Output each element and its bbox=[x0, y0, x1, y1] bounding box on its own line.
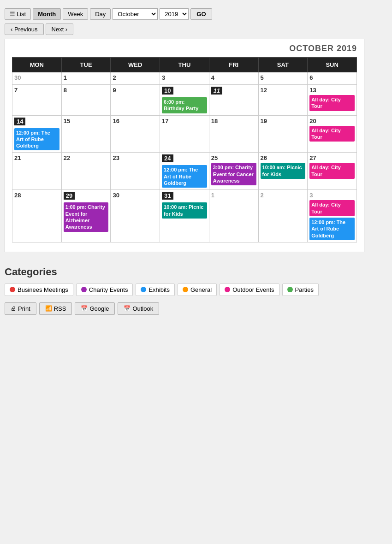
category-badge[interactable]: Exhibits bbox=[136, 284, 175, 296]
cal-cell[interactable]: 11 bbox=[209, 85, 258, 116]
day-number: 29 bbox=[64, 192, 75, 200]
calendar-event[interactable]: All day: City Tour bbox=[309, 126, 355, 142]
calendar-event[interactable]: 3:00 pm: Charity Event for Cancer Awaren… bbox=[211, 163, 256, 185]
cal-cell[interactable]: 2 bbox=[111, 72, 160, 85]
calendar-container: OCTOBER 2019 MONTUEWEDTHUFRISATSUN 30123… bbox=[5, 39, 364, 252]
print-icon: 🖨 bbox=[11, 305, 16, 312]
day-number: 17 bbox=[162, 118, 207, 124]
cal-row: 1412:00 pm: The Art of Rube Goldberg1516… bbox=[12, 115, 357, 153]
cal-cell[interactable]: 291:00 pm: Charity Event for Alzheimer A… bbox=[61, 190, 111, 242]
previous-button[interactable]: ‹ Previous bbox=[5, 24, 44, 35]
cal-row: 30123456 bbox=[12, 72, 357, 85]
calendar-event[interactable]: All day: City Tour bbox=[309, 163, 355, 179]
cal-cell[interactable]: 2 bbox=[258, 190, 308, 242]
day-number: 26 bbox=[261, 154, 306, 161]
cal-cell[interactable]: 23 bbox=[111, 153, 160, 190]
cal-cell[interactable]: 7 bbox=[12, 85, 62, 116]
cal-cell[interactable]: 30 bbox=[111, 190, 160, 242]
category-badge[interactable]: Outdoor Events bbox=[220, 284, 279, 296]
cal-cell[interactable]: 9 bbox=[111, 85, 160, 116]
rss-icon: 📶 bbox=[45, 305, 52, 312]
month-view-btn[interactable]: Month bbox=[33, 8, 61, 20]
cal-cell[interactable]: 15 bbox=[61, 115, 111, 153]
list-view-btn[interactable]: ☰ List bbox=[5, 8, 31, 20]
calendar-event[interactable]: 6:00 pm: Birthday Party bbox=[162, 97, 207, 113]
day-number: 23 bbox=[113, 154, 158, 161]
day-view-btn[interactable]: Day bbox=[90, 8, 111, 20]
day-number: 19 bbox=[261, 118, 306, 124]
cal-cell[interactable]: 20All day: City Tour bbox=[308, 115, 357, 153]
day-number: 16 bbox=[113, 118, 158, 124]
cal-cell[interactable]: 8 bbox=[61, 85, 111, 116]
cal-header-tue: TUE bbox=[61, 58, 111, 72]
cal-cell[interactable]: 5 bbox=[258, 72, 308, 85]
cal-header-fri: FRI bbox=[209, 58, 258, 72]
cal-cell[interactable]: 2412:00 pm: The Art of Rube Goldberg bbox=[160, 153, 209, 190]
next-button[interactable]: Next › bbox=[46, 24, 74, 35]
bottom-btn-print[interactable]: 🖨Print bbox=[5, 302, 36, 315]
calendar-event[interactable]: 10:00 am: Picnic for Kids bbox=[162, 202, 207, 219]
cal-header-sat: SAT bbox=[258, 58, 308, 72]
cal-row: 789106:00 pm: Birthday Party111213All da… bbox=[12, 85, 357, 116]
category-color-dot bbox=[183, 287, 188, 292]
go-button[interactable]: GO bbox=[190, 8, 212, 20]
cal-cell[interactable]: 17 bbox=[160, 115, 209, 153]
categories-title: Categories bbox=[5, 266, 364, 278]
category-label: Exhibits bbox=[148, 286, 170, 293]
month-select[interactable]: JanuaryFebruaryMarchAprilMayJuneJulyAugu… bbox=[113, 8, 158, 20]
calendar-event[interactable]: 1:00 pm: Charity Event for Alzheimer Awa… bbox=[64, 202, 109, 231]
cal-cell[interactable]: 6 bbox=[308, 72, 357, 85]
year-select[interactable]: 20172018201920202021 bbox=[160, 8, 189, 20]
cal-cell[interactable]: 2610:00 am: Picnic for Kids bbox=[258, 153, 308, 190]
cal-cell[interactable]: 19 bbox=[258, 115, 308, 153]
cal-cell[interactable]: 13All day: City Tour bbox=[308, 85, 357, 116]
day-number: 28 bbox=[14, 192, 59, 199]
cal-cell[interactable]: 12 bbox=[258, 85, 308, 116]
day-number: 7 bbox=[14, 87, 59, 94]
category-label: Parties bbox=[295, 286, 314, 293]
cal-cell[interactable]: 253:00 pm: Charity Event for Cancer Awar… bbox=[209, 153, 258, 190]
cal-cell[interactable]: 21 bbox=[12, 153, 62, 190]
bottom-btn-outlook[interactable]: 📅Outlook bbox=[118, 302, 159, 315]
cal-cell[interactable]: 3110:00 am: Picnic for Kids bbox=[160, 190, 209, 242]
calendar-event[interactable]: 12:00 pm: The Art of Rube Goldberg bbox=[162, 165, 207, 188]
cal-cell[interactable]: 27All day: City Tour bbox=[308, 153, 357, 190]
cal-cell[interactable]: 28 bbox=[12, 190, 62, 242]
cal-cell[interactable]: 30 bbox=[12, 72, 62, 85]
cal-cell[interactable]: 18 bbox=[209, 115, 258, 153]
calendar-event[interactable]: All day: City Tour bbox=[309, 200, 355, 216]
categories-section: Categories Businees MeetingsCharity Even… bbox=[5, 261, 364, 319]
bottom-btn-rss[interactable]: 📶RSS bbox=[39, 302, 72, 315]
day-number: 11 bbox=[211, 87, 222, 95]
day-number: 5 bbox=[261, 74, 306, 81]
category-badge[interactable]: Charity Events bbox=[76, 284, 133, 296]
outlook-icon: 📅 bbox=[124, 305, 131, 312]
day-number: 22 bbox=[64, 154, 109, 161]
cal-header-mon: MON bbox=[12, 58, 62, 72]
bottom-btn-google[interactable]: 📅Google bbox=[75, 302, 115, 315]
cal-cell[interactable]: 1412:00 pm: The Art of Rube Goldberg bbox=[12, 115, 62, 153]
cal-cell[interactable]: 16 bbox=[111, 115, 160, 153]
calendar-event[interactable]: 10:00 am: Picnic for Kids bbox=[261, 163, 306, 179]
day-number: 31 bbox=[162, 192, 173, 200]
calendar-event[interactable]: 12:00 pm: The Art of Rube Goldberg bbox=[309, 218, 355, 240]
category-badge[interactable]: Businees Meetings bbox=[5, 284, 73, 296]
cal-cell[interactable]: 3 bbox=[160, 72, 209, 85]
cal-cell[interactable]: 4 bbox=[209, 72, 258, 85]
day-number: 2 bbox=[113, 74, 158, 81]
cal-cell[interactable]: 22 bbox=[61, 153, 111, 190]
category-badge[interactable]: Parties bbox=[282, 284, 319, 296]
week-view-btn[interactable]: Week bbox=[63, 8, 88, 20]
category-color-dot bbox=[81, 287, 87, 292]
category-color-dot bbox=[10, 287, 15, 292]
cal-cell[interactable]: 1 bbox=[209, 190, 258, 242]
category-badge[interactable]: General bbox=[178, 284, 217, 296]
cal-cell[interactable]: 106:00 pm: Birthday Party bbox=[160, 85, 209, 116]
calendar-event[interactable]: 12:00 pm: The Art of Rube Goldberg bbox=[14, 128, 59, 151]
calendar-title: OCTOBER 2019 bbox=[12, 44, 357, 53]
cal-header-sun: SUN bbox=[308, 58, 357, 72]
cal-cell[interactable]: 1 bbox=[61, 72, 111, 85]
cal-cell[interactable]: 3All day: City Tour12:00 pm: The Art of … bbox=[308, 190, 357, 242]
day-number: 10 bbox=[162, 87, 173, 95]
calendar-event[interactable]: All day: City Tour bbox=[309, 95, 355, 111]
